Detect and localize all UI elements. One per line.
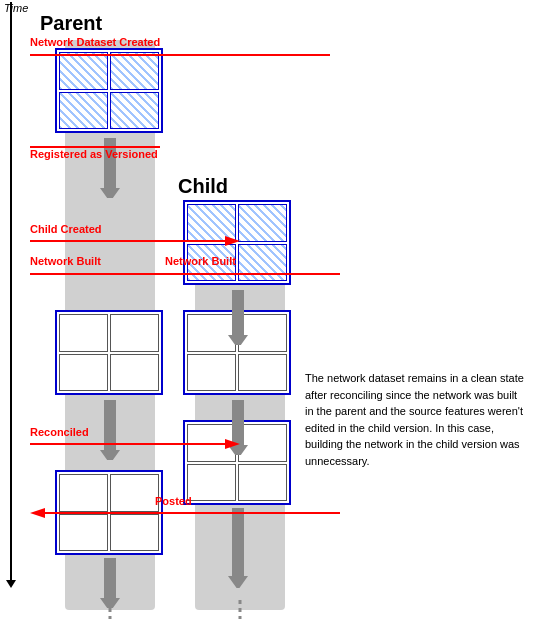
posted-label: Posted xyxy=(155,495,192,507)
reconciled-label: Reconciled xyxy=(30,426,89,438)
nd-cell xyxy=(187,464,236,502)
parent-network-box-1 xyxy=(55,48,163,133)
child-created-label: Child Created xyxy=(30,223,102,235)
registered-versioned-label: Registered as Versioned xyxy=(30,148,158,160)
network-dataset-created-line xyxy=(30,53,330,57)
svg-marker-15 xyxy=(225,236,240,246)
child-column-label: Child xyxy=(178,175,228,198)
time-label: Time xyxy=(4,2,28,14)
parent-column-label: Parent xyxy=(40,12,102,35)
network-built-parent-label: Network Built xyxy=(30,255,101,267)
svg-marker-20 xyxy=(30,508,45,518)
svg-marker-11 xyxy=(228,576,248,588)
nd-cell xyxy=(238,204,287,242)
child-bottom-dots xyxy=(195,600,285,619)
parent-bottom-dots xyxy=(65,600,155,619)
parent-network-box-2 xyxy=(55,310,163,395)
diagram-container: Time Parent Child xyxy=(0,0,539,619)
nd-cell xyxy=(59,92,108,130)
child-arrow-1 xyxy=(228,290,248,345)
nd-cell xyxy=(59,52,108,90)
nd-cell xyxy=(59,354,108,392)
network-built-child-label: Network Built xyxy=(165,255,236,267)
description-box: The network dataset remains in a clean s… xyxy=(305,370,525,469)
nd-cell xyxy=(110,314,159,352)
child-created-line xyxy=(30,235,240,249)
nd-cell xyxy=(238,354,287,392)
reconciled-line xyxy=(30,438,240,452)
nd-cell xyxy=(187,354,236,392)
nd-cell xyxy=(110,52,159,90)
posted-line xyxy=(30,507,340,521)
svg-marker-18 xyxy=(225,439,240,449)
description-text: The network dataset remains in a clean s… xyxy=(305,372,524,467)
nd-cell xyxy=(59,314,108,352)
network-built-parent-line xyxy=(30,268,340,282)
nd-cell xyxy=(110,92,159,130)
nd-cell xyxy=(110,354,159,392)
nd-cell xyxy=(238,464,287,502)
svg-marker-1 xyxy=(100,188,120,198)
time-arrow xyxy=(10,2,12,582)
svg-marker-7 xyxy=(228,335,248,345)
network-dataset-created-label: Network Dataset Created xyxy=(30,36,160,48)
nd-cell xyxy=(59,474,108,512)
nd-cell xyxy=(110,474,159,512)
